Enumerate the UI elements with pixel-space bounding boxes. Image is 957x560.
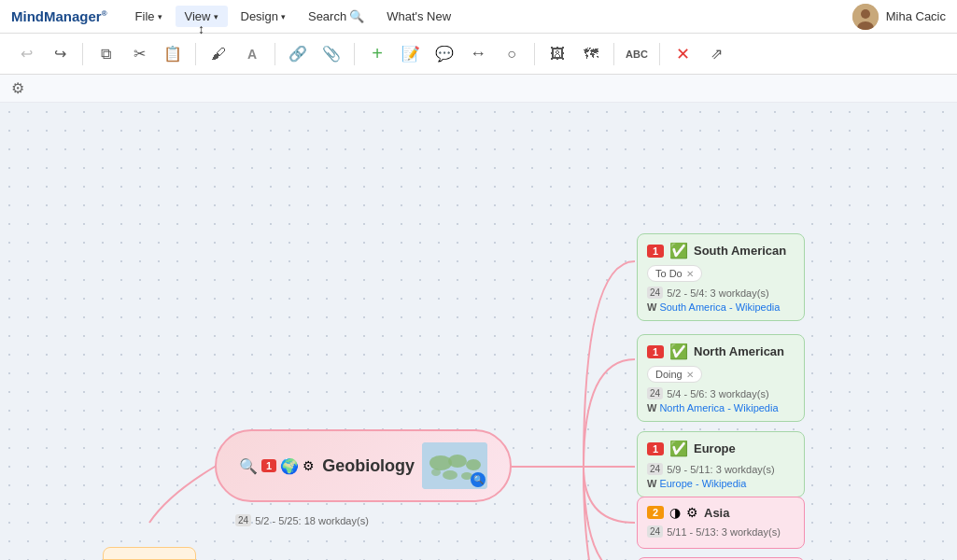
wikipedia-icon-na: W [647, 402, 656, 413]
relationship-button[interactable]: ↔ [463, 39, 493, 69]
south-american-check-icon: ✅ [669, 242, 688, 259]
search-icon: 🔍 [349, 9, 364, 23]
copy-button[interactable]: ⧉ [91, 39, 120, 69]
europe-check-icon: ✅ [669, 440, 688, 457]
toolbar-separator-4 [354, 43, 355, 65]
center-date-badge: 24 [235, 514, 251, 526]
europe-header: 1 ✅ Europe [647, 440, 795, 457]
user-section: Miha Cacic [852, 4, 946, 30]
svg-point-4 [429, 455, 452, 470]
south-american-header: 1 ✅ South American [647, 242, 795, 259]
toolbar: ↩ ↪ ⧉ ✂ 📋 🖌 A 🔗 📎 + 📝 💬 ↔ ○ 🖼 🗺 ABC ✕ ⇗ [0, 34, 957, 75]
node-europe[interactable]: 1 ✅ Europe 24 5/9 - 5/11: 3 workday(s) W… [637, 431, 805, 497]
nav-search[interactable]: Search 🔍 [299, 6, 373, 27]
north-american-check-icon: ✅ [669, 343, 688, 360]
wikipedia-icon-eu: W [647, 478, 656, 489]
center-settings-icon: ⚙ [303, 458, 315, 473]
top-navigation: MindManager® File ▾ View ▾ ↕ Design ▾ Se… [0, 0, 957, 34]
center-globe-icon: 🌍 [280, 457, 299, 475]
nav-view-arrow: ▾ [214, 12, 218, 21]
image-button[interactable]: 🖼 [542, 39, 572, 69]
partial-left-node [103, 547, 196, 560]
date-badge-na: 24 [647, 387, 663, 399]
settings-icon[interactable]: ⚙ [11, 79, 24, 97]
redo-button[interactable]: ↪ [45, 39, 75, 69]
tag-close-icon[interactable]: ✕ [686, 269, 694, 279]
south-american-link[interactable]: W South America - Wikipedia [647, 301, 795, 313]
date-badge-asia: 24 [647, 525, 663, 538]
mind-map-canvas: 🔍 1 🌍 ⚙ Geobiology 🔍 24 [0, 103, 957, 560]
toolbar-separator-2 [195, 43, 196, 65]
node-north-american[interactable]: 1 ✅ North American Doing ✕ 24 5/4 - 5/6:… [637, 334, 805, 422]
europe-date: 24 5/9 - 5/11: 3 workday(s) [647, 463, 795, 475]
map-thumbnail: 🔍 [422, 442, 487, 489]
user-avatar [852, 4, 879, 30]
asia-priority: 2 [647, 506, 664, 519]
toolbar-separator-3 [274, 43, 275, 65]
settings-row: ⚙ [0, 75, 957, 103]
text-format-button[interactable]: A [237, 39, 267, 69]
svg-point-9 [431, 469, 441, 476]
abc-button[interactable]: ABC [622, 39, 652, 69]
share-button[interactable]: ⇗ [701, 39, 731, 69]
europe-title: Europe [694, 441, 736, 455]
node-asia[interactable]: 2 ◑ ⚙ Asia 24 5/11 - 5/13: 3 workday(s) [637, 497, 805, 549]
north-american-header: 1 ✅ North American [647, 343, 795, 360]
attach-button[interactable]: 📎 [317, 39, 346, 69]
undo-button[interactable]: ↩ [11, 39, 41, 69]
doing-tag-close-icon[interactable]: ✕ [686, 370, 694, 380]
asia-date: 24 5/11 - 5/13: 3 workday(s) [647, 525, 795, 538]
north-american-title: North American [694, 344, 784, 358]
svg-point-6 [466, 459, 481, 470]
asia-globe-icon: ⚙ [686, 505, 698, 520]
close-button[interactable]: ✕ [668, 39, 697, 69]
asia-header: 2 ◑ ⚙ Asia [647, 505, 795, 520]
nav-file[interactable]: File ▾ [126, 6, 172, 27]
asia-half-icon: ◑ [669, 505, 681, 520]
format-paint-button[interactable]: 🖌 [204, 39, 233, 69]
nav-whats-new[interactable]: What's New [377, 6, 460, 27]
south-american-tag: To Do ✕ [647, 265, 702, 282]
center-node-title: Geobiology [322, 456, 415, 476]
north-american-priority: 1 [647, 345, 664, 358]
toolbar-separator-1 [82, 43, 83, 65]
north-american-date: 24 5/4 - 5/6: 3 workday(s) [647, 387, 795, 399]
nav-design-arrow: ▾ [281, 12, 286, 21]
svg-point-7 [443, 470, 457, 480]
date-badge: 24 [647, 287, 663, 299]
center-node[interactable]: 🔍 1 🌍 ⚙ Geobiology 🔍 24 [215, 429, 512, 502]
date-badge-eu: 24 [647, 463, 663, 475]
node-south-american[interactable]: 1 ✅ South American To Do ✕ 24 5/2 - 5/4:… [637, 233, 805, 321]
add-topic-button[interactable]: + [362, 39, 392, 69]
toolbar-separator-7 [659, 43, 660, 65]
map-zoom-icon[interactable]: 🔍 [471, 472, 486, 487]
map-parts-button[interactable]: 🗺 [576, 39, 606, 69]
cut-button[interactable]: ✂ [124, 39, 154, 69]
paste-button[interactable]: 📋 [158, 39, 188, 69]
nav-menu: File ▾ View ▾ ↕ Design ▾ Search 🔍 What's… [126, 6, 461, 27]
center-node-icons: 🔍 1 🌍 ⚙ [239, 457, 315, 475]
europe-priority: 1 [647, 442, 664, 455]
svg-point-1 [861, 9, 870, 19]
europe-link[interactable]: W Europe - Wikipedia [647, 478, 795, 489]
boundary-button[interactable]: ○ [497, 39, 527, 69]
callout-button[interactable]: 💬 [429, 39, 459, 69]
svg-point-5 [448, 455, 467, 468]
toolbar-separator-6 [613, 43, 614, 65]
user-name: Miha Cacic [886, 9, 946, 23]
asia-title: Asia [704, 506, 729, 520]
center-node-date: 24 5/2 - 5/25: 18 workday(s) [235, 514, 369, 526]
north-american-link[interactable]: W North America - Wikipedia [647, 402, 795, 413]
note-button[interactable]: 📝 [396, 39, 426, 69]
south-american-priority: 1 [647, 245, 664, 258]
link-button[interactable]: 🔗 [283, 39, 313, 69]
south-american-title: South American [694, 244, 786, 258]
center-priority-badge: 1 [261, 459, 276, 472]
nav-design[interactable]: Design ▾ [232, 6, 295, 27]
nav-view[interactable]: View ▾ ↕ [176, 6, 228, 27]
toolbar-separator-5 [534, 43, 535, 65]
south-american-date: 24 5/2 - 5/4: 3 workday(s) [647, 287, 795, 299]
node-search-icon: 🔍 [239, 457, 258, 475]
nav-file-arrow: ▾ [158, 12, 162, 21]
wikipedia-icon: W [647, 301, 656, 313]
